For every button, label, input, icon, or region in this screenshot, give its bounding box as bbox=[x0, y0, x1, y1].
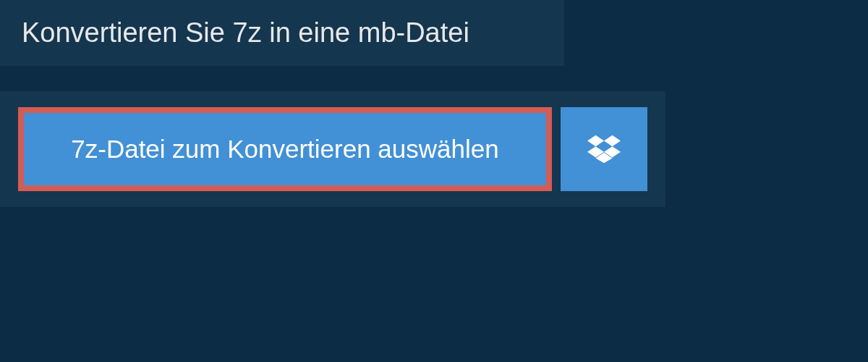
page-title: Konvertieren Sie 7z in eine mb-Datei bbox=[22, 17, 542, 49]
main-container: Konvertieren Sie 7z in eine mb-Datei 7z-… bbox=[0, 0, 868, 207]
upload-section: 7z-Datei zum Konvertieren auswählen bbox=[0, 91, 665, 207]
select-file-button[interactable]: 7z-Datei zum Konvertieren auswählen bbox=[18, 107, 552, 191]
title-bar: Konvertieren Sie 7z in eine mb-Datei bbox=[0, 0, 564, 66]
select-file-label: 7z-Datei zum Konvertieren auswählen bbox=[71, 135, 498, 164]
dropbox-icon bbox=[587, 132, 621, 166]
dropbox-button[interactable] bbox=[561, 107, 647, 191]
